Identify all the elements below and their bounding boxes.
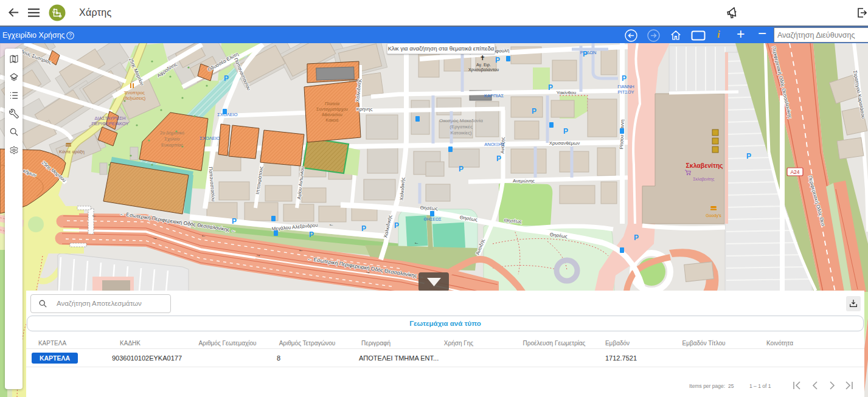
svg-text:Σκλαβενίτης: Σκλαβενίτης bbox=[693, 177, 715, 182]
svg-text:Χρυσανθέμων: Χρυσανθέμων bbox=[549, 140, 580, 146]
svg-text:A24: A24 bbox=[790, 169, 799, 175]
svg-text:Σκλαβενίτης: Σκλαβενίτης bbox=[686, 162, 723, 170]
svg-text:←: ← bbox=[91, 212, 97, 218]
svg-text:Ευκαρπίας: Ευκαρπίας bbox=[161, 142, 183, 148]
svg-text:ΘΗΣΕΩΣ: ΘΗΣΕΩΣ bbox=[423, 217, 442, 221]
svg-text:←: ← bbox=[201, 232, 207, 238]
svg-text:Συνταγματάρχου: Συνταγματάρχου bbox=[316, 107, 348, 112]
svg-text:Ανεμώνης: Ανεμώνης bbox=[513, 178, 535, 184]
svg-text:Σχολείο: Σχολείο bbox=[164, 136, 179, 142]
svg-text:P: P bbox=[394, 221, 399, 230]
svg-text:←: ← bbox=[414, 239, 420, 246]
svg-text:←: ← bbox=[328, 221, 335, 227]
svg-text:Αγ. Ειρ.: Αγ. Ειρ. bbox=[476, 63, 491, 67]
svg-text:→: → bbox=[255, 251, 262, 258]
svg-text:Υακίνθου: Υακίνθου bbox=[557, 90, 576, 95]
svg-text:ΠΕΡΙΦΕΡΕΙΑΚΟΥ: ΠΕΡΙΦΕΡΕΙΑΚΟΥ bbox=[92, 121, 129, 126]
svg-text:P: P bbox=[495, 56, 500, 64]
svg-text:Οικισμός Μακεδονία: Οικισμός Μακεδονία bbox=[439, 118, 483, 123]
svg-text:ΡΙΤΣΟΥ: ΡΙΤΣΟΥ bbox=[618, 89, 634, 95]
svg-text:Goody's: Goody's bbox=[706, 213, 721, 218]
svg-text:P: P bbox=[583, 50, 588, 58]
svg-text:ΓΙΑΝΝΗ: ΓΙΑΝΝΗ bbox=[617, 84, 634, 89]
svg-text:P: P bbox=[563, 127, 568, 136]
svg-text:→: → bbox=[365, 268, 371, 275]
svg-text:P: P bbox=[746, 152, 751, 161]
svg-text:ΑΝΟΙΞΗΣ: ΑΝΟΙΞΗΣ bbox=[484, 142, 505, 147]
svg-text:Κρήνης: Κρήνης bbox=[356, 106, 373, 112]
svg-text:P: P bbox=[309, 230, 314, 239]
svg-text:Ένοπτρος: Ένοπτρος bbox=[123, 90, 145, 95]
svg-text:P: P bbox=[224, 74, 229, 83]
svg-text:Θησέως: Θησέως bbox=[420, 205, 438, 212]
svg-text:P: P bbox=[496, 154, 501, 163]
svg-text:←: ← bbox=[298, 246, 304, 253]
svg-text:Πλατεία: Πλατεία bbox=[325, 102, 339, 106]
svg-text:P: P bbox=[459, 165, 464, 173]
svg-text:Ρίτσου Γιάννη: Ρίτσου Γιάννη bbox=[619, 119, 625, 149]
svg-text:Αθανασίου: Αθανασίου bbox=[322, 112, 342, 117]
svg-text:P: P bbox=[622, 74, 627, 83]
svg-text:→: → bbox=[152, 234, 158, 241]
svg-text:P: P bbox=[634, 233, 639, 242]
svg-text:(Εργατικές: (Εργατικές bbox=[450, 124, 473, 129]
svg-text:Χρυσοβαλάντου: Χρυσοβαλάντου bbox=[468, 67, 499, 72]
svg-text:ΚΑΡΠΙΑΣ: ΚΑΡΠΙΑΣ bbox=[484, 93, 504, 98]
svg-text:✝: ✝ bbox=[479, 54, 485, 61]
svg-text:P: P bbox=[548, 83, 553, 92]
svg-text:P: P bbox=[361, 224, 366, 233]
svg-text:(δεξιώσεις): (δεξιώσεις) bbox=[123, 95, 146, 101]
svg-text:ΣΧΟΛΕΙΟ: ΣΧΟΛΕΙΟ bbox=[200, 136, 220, 141]
svg-text:Κακειά: Κακειά bbox=[326, 118, 339, 122]
svg-text:P: P bbox=[532, 107, 536, 116]
svg-text:2ο Δημοτικό: 2ο Δημοτικό bbox=[160, 130, 184, 136]
svg-text:?: ? bbox=[69, 32, 72, 38]
svg-text:Κάντε αράξη: Κάντε αράξη bbox=[59, 149, 85, 154]
svg-text:P: P bbox=[232, 217, 237, 226]
svg-text:ΔΙΑΣΤΑΥΡΩΣΗ: ΔΙΑΣΤΑΥΡΩΣΗ bbox=[95, 116, 126, 121]
svg-text:ΣΧΟΛΕΙΟ: ΣΧΟΛΕΙΟ bbox=[217, 112, 237, 117]
svg-text:Κατοικίες): Κατοικίες) bbox=[451, 130, 472, 136]
